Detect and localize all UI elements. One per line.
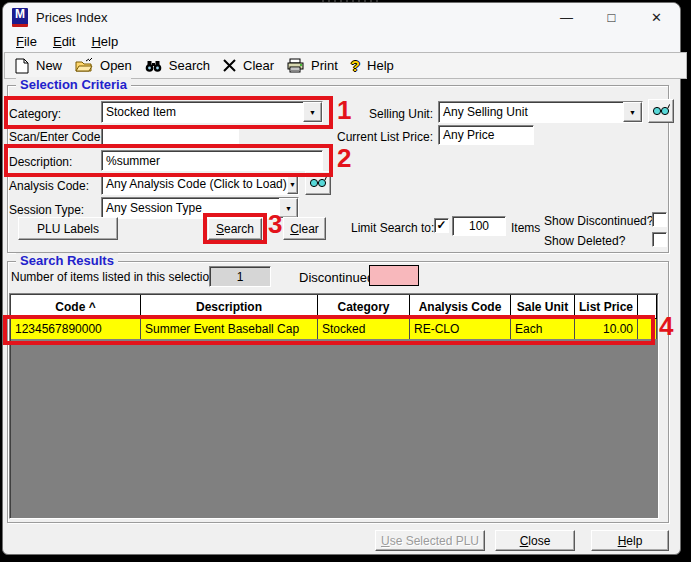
description-input[interactable]: %summer xyxy=(101,150,323,171)
category-value: Stocked Item xyxy=(106,105,303,119)
close-button[interactable]: Close xyxy=(495,530,575,551)
description-value: %summer xyxy=(106,154,160,168)
title-bar[interactable]: M Prices Index — □ ✕ xyxy=(3,3,680,31)
column-header-list-price[interactable]: List Price xyxy=(575,295,638,319)
binoculars-icon xyxy=(145,59,162,73)
discontinued-color-swatch xyxy=(369,265,419,286)
column-header-filler xyxy=(638,295,657,319)
glasses-icon xyxy=(652,103,670,119)
limit-search-items-label: Items xyxy=(511,221,540,235)
question-mark-icon: ? xyxy=(351,57,360,74)
selection-criteria-title: Selection Criteria xyxy=(16,77,131,92)
menu-help[interactable]: Help xyxy=(83,32,126,51)
column-header-code[interactable]: Code ^ xyxy=(11,295,141,319)
column-header-description[interactable]: Description xyxy=(141,295,318,319)
current-list-price-value: Any Price xyxy=(443,128,494,142)
cell-analysis-code: RE-CLO xyxy=(410,319,511,339)
x-icon xyxy=(223,59,236,72)
analysis-code-dropdown[interactable]: Any Analysis Code (Click to Load) ▼ xyxy=(101,173,299,195)
limit-search-checkbox[interactable]: ✓ xyxy=(434,218,449,233)
session-type-label: Session Type: xyxy=(9,203,84,217)
toolbar-clear-label: Clear xyxy=(243,58,274,73)
printer-icon xyxy=(287,58,304,73)
show-discontinued-checkbox[interactable] xyxy=(652,212,667,227)
show-deleted-checkbox[interactable] xyxy=(652,232,667,247)
selling-unit-value: Any Selling Unit xyxy=(443,105,623,119)
app-icon: M xyxy=(12,8,28,27)
toolbar-print-label: Print xyxy=(311,58,338,73)
results-grid[interactable]: Code ^ Description Category Analysis Cod… xyxy=(9,293,659,519)
search-results-title: Search Results xyxy=(16,253,118,268)
toolbar-help-label: Help xyxy=(367,58,394,73)
description-label: Description: xyxy=(9,155,72,169)
close-window-button[interactable]: ✕ xyxy=(634,3,679,31)
result-count-label: Number of items listed in this selection… xyxy=(11,270,219,284)
help-button[interactable]: Help xyxy=(591,530,669,551)
limit-search-count-input[interactable]: 100 xyxy=(452,216,506,236)
cell-category: Stocked xyxy=(318,319,410,339)
selling-unit-dropdown[interactable]: Any Selling Unit ▼ xyxy=(438,101,643,123)
menu-edit[interactable]: Edit xyxy=(45,32,83,51)
show-deleted-label: Show Deleted? xyxy=(544,234,625,248)
chevron-down-icon[interactable]: ▼ xyxy=(303,102,322,122)
toolbar-help-button[interactable]: ? Help xyxy=(349,56,400,75)
toolbar-open-button[interactable]: Open xyxy=(73,57,138,74)
analysis-code-label: Analysis Code: xyxy=(9,179,89,193)
toolbar-print-button[interactable]: Print xyxy=(285,57,344,74)
new-page-icon xyxy=(15,58,29,74)
toolbar-new-button[interactable]: New xyxy=(13,57,68,75)
glasses-icon xyxy=(309,175,327,191)
toolbar-open-label: Open xyxy=(100,58,132,73)
limit-search-count-value: 100 xyxy=(469,219,489,233)
plu-labels-button[interactable]: PLU Labels xyxy=(18,217,118,240)
chevron-down-icon[interactable]: ▼ xyxy=(287,174,298,194)
search-button[interactable]: Search xyxy=(208,218,262,240)
cell-list-price: 10.00 xyxy=(575,319,638,339)
clear-button[interactable]: Clear xyxy=(283,217,326,240)
toolbar-search-button[interactable]: Search xyxy=(143,57,216,74)
window-title: Prices Index xyxy=(36,10,108,25)
chevron-down-icon[interactable]: ▼ xyxy=(623,102,642,122)
cell-sale-unit: Each xyxy=(511,319,575,339)
toolbar-new-label: New xyxy=(36,58,62,73)
table-row[interactable]: 1234567890000 Summer Event Baseball Cap … xyxy=(11,319,657,339)
cell-description: Summer Event Baseball Cap xyxy=(141,319,318,339)
toolbar-search-label: Search xyxy=(169,58,210,73)
check-icon: ✓ xyxy=(436,218,446,232)
open-folder-icon xyxy=(75,58,93,73)
toolbar-clear-button[interactable]: Clear xyxy=(221,57,280,74)
column-header-analysis-code[interactable]: Analysis Code xyxy=(410,295,511,319)
minimize-button[interactable]: — xyxy=(544,3,589,31)
prices-index-window: M Prices Index — □ ✕ File Edit Help New … xyxy=(2,2,681,555)
result-count-box: 1 xyxy=(209,266,271,287)
show-discontinued-label: Show Discontinued? xyxy=(544,214,653,228)
limit-search-label: Limit Search to: xyxy=(351,221,431,235)
menu-bar: File Edit Help xyxy=(3,31,680,52)
analysis-code-value: Any Analysis Code (Click to Load) xyxy=(106,177,287,191)
discontinued-legend-label: Discontinued xyxy=(299,270,374,285)
session-type-value: Any Session Type xyxy=(106,201,279,215)
scan-code-label: Scan/Enter Code: xyxy=(9,130,104,144)
analysis-code-lookup-button[interactable] xyxy=(305,171,331,195)
cell-filler xyxy=(638,319,657,339)
column-header-sale-unit[interactable]: Sale Unit xyxy=(511,295,575,319)
scan-code-input[interactable] xyxy=(101,125,239,145)
menu-file[interactable]: File xyxy=(8,32,45,51)
session-type-dropdown[interactable]: Any Session Type ▼ xyxy=(101,197,299,219)
use-selected-plu-button[interactable]: Use Selected PLU xyxy=(375,530,485,551)
maximize-button[interactable]: □ xyxy=(589,3,634,31)
result-count-value: 1 xyxy=(237,270,244,284)
results-grid-header: Code ^ Description Category Analysis Cod… xyxy=(11,295,657,319)
column-header-category[interactable]: Category xyxy=(318,295,410,319)
current-list-price-label: Current List Price: xyxy=(333,130,433,144)
category-dropdown[interactable]: Stocked Item ▼ xyxy=(101,101,323,123)
selling-unit-lookup-button[interactable] xyxy=(648,99,674,123)
toolbar: New Open Search Clear Print xyxy=(4,52,687,79)
category-label: Category: xyxy=(9,107,61,121)
selling-unit-label: Selling Unit: xyxy=(333,107,433,121)
chevron-down-icon[interactable]: ▼ xyxy=(279,198,298,218)
current-list-price-input[interactable]: Any Price xyxy=(438,125,534,145)
cell-code: 1234567890000 xyxy=(11,319,141,339)
